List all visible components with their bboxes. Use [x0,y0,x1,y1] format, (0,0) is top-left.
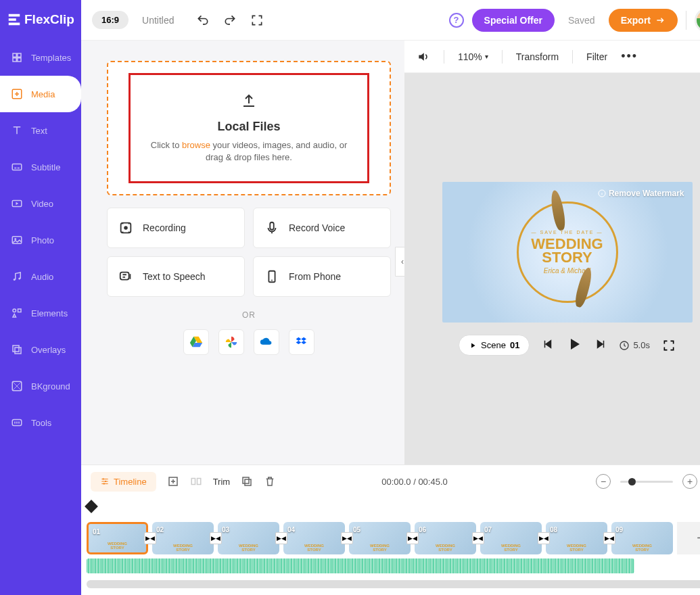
nav-tools[interactable]: Tools [0,404,81,441]
nav-text[interactable]: Text [0,112,81,149]
transition-button[interactable]: ▶◀ [538,532,550,544]
duration-button[interactable]: 5.0s [619,340,650,351]
card-label: Text to Speech [143,271,206,282]
avatar[interactable] [695,8,700,32]
timeline-clip[interactable]: 01WEDDINGSTORY [87,522,148,554]
from-phone-button[interactable]: From Phone [253,256,391,297]
export-button[interactable]: Export [609,9,678,32]
preview-canvas[interactable]: Remove Watermark — SAVE THE DATE — WEDDI… [442,182,693,323]
google-photos-button[interactable] [218,329,244,355]
card-label: Recording [143,222,186,233]
add-track-button[interactable] [167,475,179,487]
transition-button[interactable]: ▶◀ [275,532,287,544]
delete-clip-button[interactable] [264,475,276,487]
timeline-clip[interactable]: 04WEDDINGSTORY [283,522,345,554]
nav-photo[interactable]: Photo [0,222,81,258]
expand-icon[interactable] [662,339,676,352]
transition-button[interactable]: ▶◀ [144,532,156,544]
svg-point-6 [18,278,20,280]
more-button[interactable]: ••• [621,49,638,64]
zoom-dropdown[interactable]: 110% ▾ [458,51,488,62]
nav-label: BKground [31,381,70,391]
nav-overlays[interactable]: Overlays [0,331,81,368]
redo-icon[interactable] [223,14,237,27]
timeline-clip[interactable]: 02WEDDINGSTORY [152,522,214,554]
aspect-ratio[interactable]: 16:9 [92,11,129,29]
overlays-icon [11,343,23,356]
upload-dropzone[interactable]: Local Files Click to browse your videos,… [107,61,391,195]
nav-templates[interactable]: Templates [0,39,81,76]
recording-button[interactable]: Recording [107,208,245,248]
play-button[interactable] [566,336,582,355]
google-drive-icon [189,335,204,350]
nav-label: Templates [31,53,71,63]
logo-icon [7,12,22,27]
timeline-scrollbar[interactable] [87,580,700,588]
split-button[interactable] [190,475,202,487]
transition-button[interactable]: ▶◀ [472,532,484,544]
onedrive-button[interactable] [254,329,279,355]
nav-audio[interactable]: Audio [0,258,81,295]
timeline-clip[interactable]: 06WEDDINGSTORY [415,522,476,554]
templates-icon [11,51,23,64]
wedding-graphic: — SAVE THE DATE — WEDDINGSTORY Erica & M… [517,201,618,303]
svg-rect-26 [197,479,200,485]
audio-icon [11,270,23,283]
record-voice-button[interactable]: Record Voice [253,208,391,248]
sidebar: FlexClip Templates Media Text Subtitle V… [0,0,81,595]
undo-icon[interactable] [196,14,210,27]
nav-video[interactable]: Video [0,185,81,222]
nav-label: Text [31,126,47,136]
transition-button[interactable]: ▶◀ [603,532,615,544]
add-clip-button[interactable]: + [677,522,700,554]
browse-link[interactable]: browse [182,140,210,150]
transition-button[interactable]: ▶◀ [406,532,419,544]
google-drive-button[interactable] [183,329,209,355]
logo[interactable]: FlexClip [0,0,81,39]
svg-rect-8 [18,309,22,312]
special-offer-button[interactable]: Special Offer [472,9,555,32]
timeline-tab[interactable]: Timeline [91,472,156,492]
playhead[interactable] [85,500,98,513]
arrow-right-icon [655,15,666,26]
help-icon[interactable]: ? [449,13,464,28]
zoom-in-button[interactable]: + [682,474,697,489]
timeline-clip[interactable]: 09WEDDINGSTORY [611,522,673,554]
nav-media[interactable]: Media [0,76,81,112]
timeline-clip[interactable]: 07WEDDINGSTORY [480,522,542,554]
prev-button[interactable] [542,338,554,353]
nav-label: Tools [31,418,51,428]
transition-button[interactable]: ▶◀ [210,532,222,544]
info-icon [598,189,606,197]
timeline-clip[interactable]: 03WEDDINGSTORY [218,522,279,554]
trim-button[interactable]: Trim [213,475,231,487]
timeline-clip[interactable]: 05WEDDINGSTORY [349,522,411,554]
nav-label: Overlays [31,345,66,355]
timeline-area: Timeline Trim 00:00.0 / 00:45.0 − + 01WE… [81,465,700,595]
transition-button[interactable]: ▶◀ [341,532,353,544]
timeline-track[interactable]: 01WEDDINGSTORY▶◀02WEDDINGSTORY▶◀03WEDDIN… [81,498,700,595]
project-title[interactable]: Untitled [142,15,174,26]
svg-point-4 [14,238,16,240]
audio-waveform[interactable] [87,558,634,573]
nav-background[interactable]: BKground [0,368,81,404]
svg-point-23 [103,483,105,484]
volume-icon[interactable] [417,50,430,64]
nav-label: Photo [31,235,54,245]
timeline-clip[interactable]: 08WEDDINGSTORY [546,522,607,554]
transform-button[interactable]: Transform [516,51,559,62]
dropbox-button[interactable] [289,329,314,355]
filter-button[interactable]: Filter [586,51,607,62]
scene-button[interactable]: Scene 01 [459,335,530,356]
zoom-out-button[interactable]: − [596,474,611,489]
zoom-slider[interactable] [620,481,673,483]
nav-elements[interactable]: Elements [0,295,81,331]
fullscreen-icon[interactable] [250,14,264,27]
nav-subtitle[interactable]: Subtitle [0,149,81,185]
remove-watermark-button[interactable]: Remove Watermark [598,189,684,198]
play-small-icon [469,341,477,350]
text-to-speech-button[interactable]: Text to Speech [107,256,245,297]
nav-label: Video [31,199,53,209]
next-button[interactable] [594,338,607,353]
duplicate-button[interactable] [241,475,253,487]
